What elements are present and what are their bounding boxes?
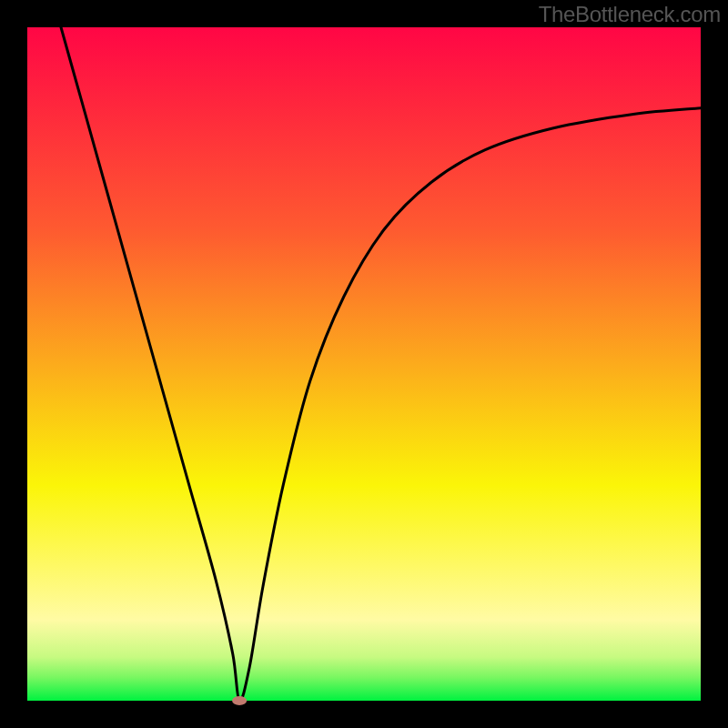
bottleneck-chart: TheBottleneck.com [0, 0, 728, 728]
minimum-marker [232, 696, 247, 705]
chart-svg [0, 0, 728, 728]
plot-gradient-background [27, 27, 701, 701]
watermark-text: TheBottleneck.com [539, 2, 721, 27]
